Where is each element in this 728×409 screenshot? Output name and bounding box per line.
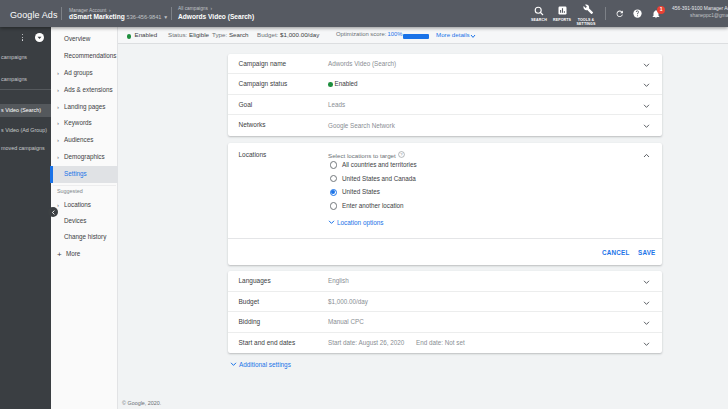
svg-text:?: ? — [400, 152, 403, 157]
